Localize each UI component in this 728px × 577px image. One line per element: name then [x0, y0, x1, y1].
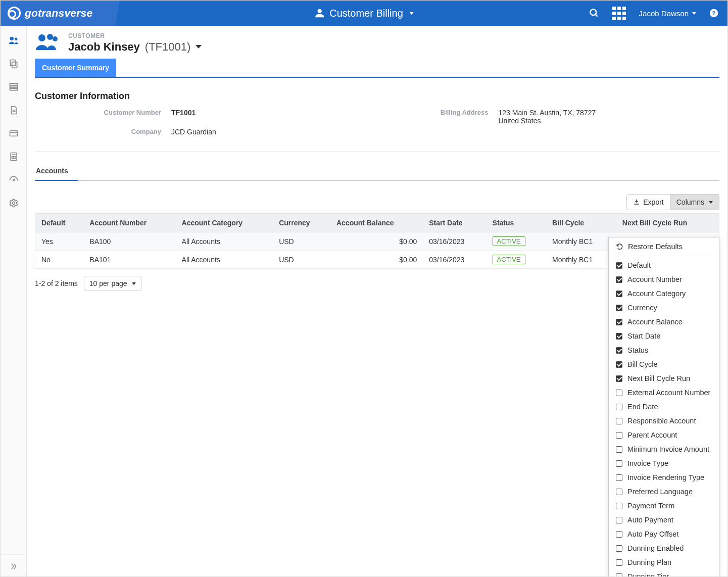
checkbox-unchecked-icon: [616, 432, 622, 439]
col-account-number[interactable]: Account Number: [83, 214, 175, 232]
main-content: CUSTOMER Jacob Kinsey (TF1001) Customer …: [27, 26, 727, 577]
rail-calculator[interactable]: [1, 145, 27, 168]
svg-rect-10: [10, 88, 17, 90]
column-toggle[interactable]: Account Number: [609, 272, 719, 286]
col-next-bill-cycle[interactable]: Next Bill Cycle Run: [616, 214, 719, 232]
rail-servers[interactable]: [1, 75, 27, 99]
column-toggle[interactable]: Account Balance: [609, 315, 719, 329]
search-icon: [589, 8, 599, 18]
column-toggle[interactable]: Next Bill Cycle Run: [609, 371, 719, 386]
cell-currency: USD: [273, 251, 330, 269]
checkbox-unchecked-icon: [616, 404, 622, 410]
customer-tabs: Customer Summary: [35, 59, 719, 78]
page-size-selector[interactable]: 10 per page: [84, 276, 141, 291]
brand[interactable]: gotransverse: [1, 7, 92, 20]
checkbox-unchecked-icon: [616, 503, 622, 509]
column-toggle[interactable]: Responsible Account: [609, 414, 719, 428]
column-toggle[interactable]: Parent Account: [609, 428, 719, 442]
svg-line-1: [595, 15, 597, 17]
column-toggle[interactable]: Minimum Invoice Amount: [609, 442, 719, 456]
export-label: Export: [643, 198, 663, 206]
customer-group-icon: [35, 32, 59, 54]
context-menu[interactable]: Customer Billing: [314, 8, 414, 19]
checkbox-checked-icon: [616, 375, 622, 382]
accounts-subtabs: Accounts: [35, 167, 719, 181]
copy-icon: [9, 59, 19, 69]
column-toggle[interactable]: External Account Number: [609, 386, 719, 400]
col-currency[interactable]: Currency: [273, 214, 330, 232]
customer-name-dropdown[interactable]: Jacob Kinsey (TF1001): [68, 40, 202, 54]
column-toggle[interactable]: Auto Pay Offset: [609, 527, 719, 541]
column-toggle[interactable]: Auto Payment: [609, 513, 719, 527]
column-toggle[interactable]: Invoice Rendering Type: [609, 470, 719, 485]
value-billing-address: 123 Main St. Austin, TX, 78727 United St…: [499, 109, 705, 128]
cell-account-number: BA101: [83, 251, 175, 269]
column-toggle[interactable]: Dunning Plan: [609, 555, 719, 569]
column-toggle[interactable]: Default: [609, 258, 719, 272]
checkbox-checked-icon: [616, 291, 622, 297]
column-toggle-label: Next Bill Cycle Run: [627, 374, 690, 382]
column-toggle-label: Start Date: [627, 332, 660, 340]
rail-settings[interactable]: [1, 191, 27, 215]
col-bill-cycle[interactable]: Bill Cycle: [546, 214, 616, 232]
subtab-accounts[interactable]: Accounts: [35, 167, 69, 180]
rail-copy[interactable]: [1, 52, 27, 75]
rail-customers[interactable]: [1, 29, 27, 52]
column-toggle[interactable]: Preferred Language: [609, 485, 719, 499]
svg-point-24: [13, 180, 14, 181]
column-toggle-label: Dunning Tier: [627, 572, 669, 577]
col-status[interactable]: Status: [487, 214, 547, 232]
col-start-date[interactable]: Start Date: [423, 214, 486, 232]
col-account-balance[interactable]: Account Balance: [330, 214, 423, 232]
column-toggle[interactable]: Invoice Type: [609, 456, 719, 470]
cell-bill-cycle: Monthly BC1: [546, 251, 616, 269]
column-toggle[interactable]: Bill Cycle: [609, 357, 719, 371]
column-toggle-label: Account Category: [627, 290, 686, 298]
rail-document[interactable]: [1, 99, 27, 122]
column-toggle[interactable]: Start Date: [609, 329, 719, 343]
restore-defaults[interactable]: Restore Defaults: [609, 237, 719, 256]
tab-customer-summary[interactable]: Customer Summary: [35, 59, 116, 77]
checkbox-checked-icon: [616, 347, 622, 354]
column-toggle[interactable]: Status: [609, 343, 719, 357]
customer-id: (TF1001): [145, 40, 190, 54]
column-toggle-label: Minimum Invoice Amount: [627, 445, 709, 453]
column-toggle-label: Preferred Language: [627, 488, 693, 496]
rail-collapse-toggle[interactable]: [1, 554, 26, 577]
svg-point-22: [15, 158, 16, 159]
column-toggle[interactable]: Dunning Tier: [609, 569, 719, 577]
column-toggle[interactable]: End Date: [609, 400, 719, 414]
search-button[interactable]: [589, 8, 599, 18]
column-toggle[interactable]: Dunning Enabled: [609, 541, 719, 555]
billing-address-line2: United States: [499, 117, 705, 125]
rail-dashboard[interactable]: [1, 168, 27, 191]
caret-down-icon: [709, 201, 713, 204]
caret-down-icon: [692, 12, 696, 15]
export-button[interactable]: Export: [626, 194, 670, 210]
help-button[interactable]: ?: [709, 9, 718, 18]
left-rail: [1, 26, 27, 577]
caret-down-icon: [132, 282, 136, 285]
column-toggle[interactable]: Account Category: [609, 286, 719, 301]
column-toggle[interactable]: Payment Term: [609, 499, 719, 513]
columns-button[interactable]: Columns: [670, 194, 719, 210]
undo-icon: [616, 243, 623, 250]
user-menu[interactable]: Jacob Dawson: [639, 9, 696, 18]
apps-button[interactable]: [612, 7, 626, 20]
cell-status: ACTIVE: [487, 251, 547, 269]
column-toggle-label: End Date: [627, 403, 658, 411]
col-account-category[interactable]: Account Category: [176, 214, 273, 232]
cell-balance: $0.00: [330, 232, 423, 251]
card-icon: [8, 129, 19, 138]
column-toggle[interactable]: Currency: [609, 301, 719, 315]
billing-address-line1: 123 Main St. Austin, TX, 78727: [499, 109, 705, 117]
column-toggle-label: Currency: [627, 304, 657, 312]
chevrons-right-icon: [10, 562, 18, 570]
column-toggle-label: Auto Payment: [627, 516, 673, 524]
customer-name: Jacob Kinsey: [68, 40, 140, 54]
cell-balance: $0.00: [330, 251, 423, 269]
rail-card[interactable]: [1, 122, 27, 145]
col-default[interactable]: Default: [35, 214, 84, 232]
column-toggle-label: Default: [627, 261, 651, 269]
user-icon: [314, 8, 324, 18]
